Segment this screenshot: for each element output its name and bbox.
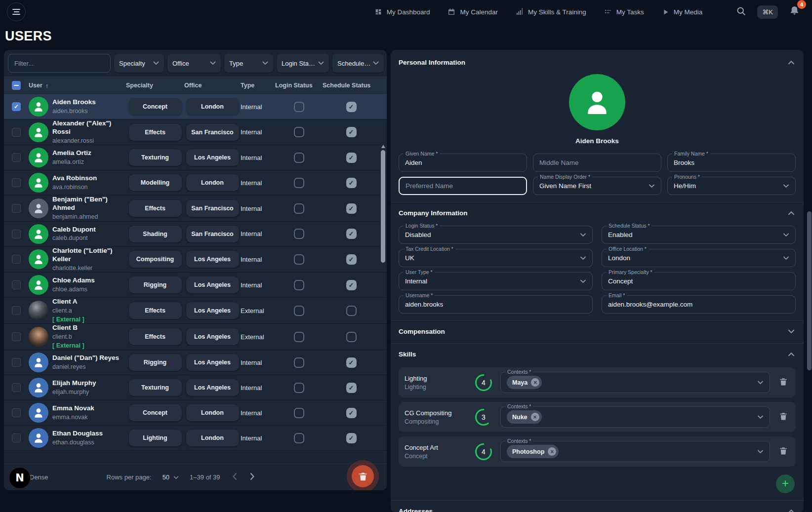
rows-per-page-select[interactable]: 50: [162, 473, 179, 481]
collapse-addresses-button[interactable]: [787, 507, 796, 512]
table-scrollbar[interactable]: [381, 145, 385, 263]
table-row[interactable]: Amelia Ortizamelia.ortiz Texturing Los A…: [4, 145, 387, 170]
row-checkbox[interactable]: [12, 280, 21, 289]
email-field[interactable]: Email *: [602, 295, 796, 314]
table-row[interactable]: Emma Novakemma.novak Concept London Inte…: [4, 400, 387, 426]
next-page-button[interactable]: [249, 472, 256, 483]
email-input[interactable]: [608, 301, 789, 308]
login-status-checkbox[interactable]: [294, 127, 304, 137]
table-row[interactable]: Ethan Douglassethan.douglass Lighting Lo…: [4, 426, 387, 451]
pronouns-select[interactable]: Pronouns * He/Him: [667, 177, 796, 195]
row-checkbox[interactable]: [12, 230, 21, 238]
row-checkbox[interactable]: [12, 332, 21, 341]
login-status-filter-select[interactable]: Login Status: [277, 54, 329, 73]
scrollbar-thumb[interactable]: [381, 150, 385, 263]
schedule-status-checkbox[interactable]: [346, 280, 357, 290]
nav-my-calendar[interactable]: My Calendar: [447, 8, 498, 16]
schedule-status-checkbox[interactable]: [346, 357, 357, 368]
table-row[interactable]: Client Bclient.b[ External ] Effects Los…: [4, 324, 387, 350]
login-status-checkbox[interactable]: [294, 383, 304, 393]
column-header-specialty[interactable]: Specialty: [126, 82, 184, 89]
row-checkbox[interactable]: [12, 255, 21, 264]
scrollbar-thumb[interactable]: [807, 211, 812, 370]
row-checkbox[interactable]: [12, 306, 21, 315]
menu-button[interactable]: [7, 2, 26, 21]
contexts-select[interactable]: Contexts * Maya×: [500, 372, 770, 393]
user-type-select[interactable]: User Type * Internal: [399, 272, 593, 290]
family-name-input[interactable]: [674, 159, 789, 166]
table-row[interactable]: Aiden Brooksaiden.brooks Concept London …: [4, 94, 387, 119]
row-checkbox[interactable]: [12, 102, 21, 111]
schedule-status-checkbox[interactable]: [346, 178, 357, 188]
schedule-status-select[interactable]: Schedule Status * Enabled: [602, 226, 796, 244]
scroll-up-arrow[interactable]: [381, 145, 385, 148]
column-header-schedule-status[interactable]: Schedule Status: [323, 82, 380, 89]
schedule-status-checkbox[interactable]: [346, 433, 357, 443]
middle-name-field[interactable]: [533, 154, 661, 172]
login-status-checkbox[interactable]: [294, 178, 304, 188]
preferred-name-field[interactable]: [399, 177, 527, 195]
shortcut-button[interactable]: ⌘K: [757, 5, 778, 19]
login-status-checkbox[interactable]: [294, 203, 304, 214]
profile-avatar[interactable]: [569, 74, 625, 130]
nav-my-dashboard[interactable]: My Dashboard: [374, 8, 430, 16]
row-checkbox[interactable]: [12, 383, 21, 392]
table-row[interactable]: Chloe Adamschloe.adams Rigging Los Angel…: [4, 273, 387, 298]
notifications-button[interactable]: 4: [788, 4, 801, 19]
schedule-status-checkbox[interactable]: [346, 306, 357, 316]
schedule-status-checkbox[interactable]: [346, 102, 357, 112]
schedule-status-checkbox[interactable]: [346, 332, 357, 342]
row-checkbox[interactable]: [12, 128, 21, 137]
schedule-status-checkbox[interactable]: [346, 254, 357, 265]
row-checkbox[interactable]: [12, 433, 21, 442]
schedule-status-filter-select[interactable]: Schedule Status: [332, 54, 384, 73]
office-location-select[interactable]: Office Location * London: [602, 249, 796, 267]
schedule-status-checkbox[interactable]: [346, 203, 357, 214]
type-filter-select[interactable]: Type: [224, 54, 273, 73]
table-row[interactable]: Caleb Dupontcaleb.dupont Shading San Fra…: [4, 222, 387, 247]
login-status-checkbox[interactable]: [294, 102, 304, 112]
login-status-checkbox[interactable]: [294, 332, 304, 342]
row-checkbox[interactable]: [12, 204, 21, 213]
table-row[interactable]: Charlotte ("Lottie") Kellercharlotte.kel…: [4, 247, 387, 273]
schedule-status-checkbox[interactable]: [346, 408, 357, 418]
nextjs-devtools-button[interactable]: N: [9, 467, 31, 489]
schedule-status-checkbox[interactable]: [346, 383, 357, 393]
dense-toggle-label[interactable]: Dense: [30, 473, 48, 481]
office-filter-select[interactable]: Office: [167, 54, 221, 73]
delete-skill-button[interactable]: [777, 375, 790, 390]
login-status-checkbox[interactable]: [294, 357, 304, 368]
name-display-order-select[interactable]: Name Display Order * Given Name First: [533, 177, 661, 195]
table-row[interactable]: Daniel ("Dan") Reyesdaniel.reyes Rigging…: [4, 350, 387, 375]
delete-skill-button[interactable]: [777, 444, 790, 459]
login-status-checkbox[interactable]: [294, 280, 304, 290]
table-row[interactable]: Alexander ("Alex") Rossialexander.rossi …: [4, 119, 387, 145]
row-checkbox[interactable]: [12, 408, 21, 417]
nav-my-skills-training[interactable]: My Skills & Training: [516, 8, 586, 16]
login-status-checkbox[interactable]: [294, 254, 304, 265]
login-status-select[interactable]: Login Status * Disabled: [399, 226, 593, 244]
row-checkbox[interactable]: [12, 153, 21, 162]
expand-compensation-button[interactable]: [787, 327, 796, 336]
login-status-checkbox[interactable]: [294, 408, 304, 418]
tax-credit-location-select[interactable]: Tax Credit Location * UK: [399, 249, 593, 267]
contexts-select[interactable]: Contexts * Photoshop×: [500, 441, 770, 462]
nav-my-tasks[interactable]: My Tasks: [604, 8, 644, 16]
collapse-skills-button[interactable]: [787, 350, 796, 359]
table-row[interactable]: Client Aclient.a[ External ] Effects Los…: [4, 298, 387, 324]
previous-page-button[interactable]: [231, 472, 238, 483]
add-skill-button[interactable]: +: [776, 474, 795, 493]
username-field[interactable]: Username *: [399, 295, 593, 314]
delete-skill-button[interactable]: [777, 410, 790, 424]
window-scrollbar[interactable]: [807, 49, 812, 512]
column-header-login-status[interactable]: Login Status: [275, 82, 323, 89]
filter-input[interactable]: [8, 54, 111, 73]
table-row[interactable]: Elijah Murphyelijah.murphy Texturing Los…: [4, 375, 387, 400]
chip-remove-icon[interactable]: ×: [548, 447, 556, 456]
table-row[interactable]: Ava Robinsonava.robinson Modelling Londo…: [4, 170, 387, 196]
login-status-checkbox[interactable]: [294, 229, 304, 239]
row-checkbox[interactable]: [12, 178, 21, 187]
table-row[interactable]: Benjamin ("Ben") Ahmedbenjamin.ahmed Eff…: [4, 196, 387, 221]
login-status-checkbox[interactable]: [294, 306, 304, 316]
given-name-field[interactable]: Given Name *: [399, 154, 527, 172]
